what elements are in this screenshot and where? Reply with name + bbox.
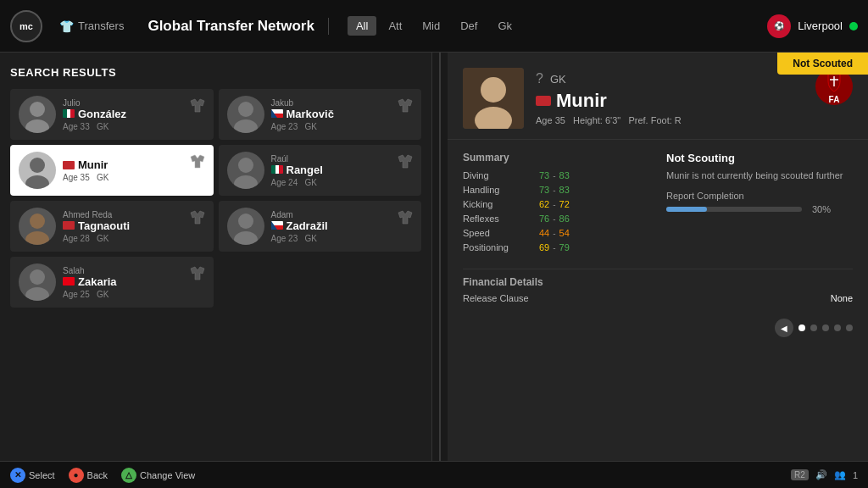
action-change-view[interactable]: △ Change View (121, 468, 195, 483)
player-info-7: Salah Zakaria Age 25 GK (63, 266, 205, 299)
stats-section: Summary Diving 73 - 83 Handling 73 - 83 (448, 140, 868, 269)
progress-bar-fill (666, 207, 707, 212)
unknown-icon: ? (536, 71, 543, 86)
player-info-4: Raúl Rangel Age 24 GK (271, 154, 414, 187)
player-first-name-4: Raúl (271, 154, 414, 164)
filter-tab-att[interactable]: Att (380, 16, 410, 36)
volume-icon: 🔊 (815, 469, 827, 480)
detail-avatar (463, 68, 524, 129)
stat-row-positioning: Positioning 69 - 79 (463, 242, 649, 252)
action-back-label: Back (87, 470, 108, 480)
player-last-name-2: Markovič (287, 108, 334, 120)
svg-point-4 (30, 158, 45, 173)
player-meta-5: Age 28 GK (63, 234, 205, 243)
kit-icon-6 (396, 208, 415, 226)
filter-tabs: AllAttMidDefGk (348, 16, 520, 36)
player-info-3: Munir Age 35 GK (63, 158, 205, 182)
fin-label-1: Release Clause (463, 293, 529, 303)
player-avatar-3 (19, 152, 56, 189)
right-panel: Not Scouted ? GK Munir (448, 53, 868, 488)
player-card-1[interactable]: Julio González Age 33 GK (10, 89, 214, 140)
svg-point-15 (481, 77, 506, 103)
svg-point-11 (234, 231, 258, 245)
fin-value-1: None (831, 293, 853, 303)
filter-tab-gk[interactable]: Gk (489, 16, 520, 36)
btn-x: ✕ (10, 468, 25, 483)
stat-row-reflexes: Reflexes 76 - 86 (463, 214, 649, 224)
left-panel: SEARCH RESULTS Julio González Age 33 GK (0, 53, 432, 488)
player-card-5[interactable]: Ahmed Reda Tagnaouti Age 28 GK (10, 201, 214, 252)
club-name: Liverpool (798, 19, 843, 32)
progress-bar-bg (666, 207, 802, 212)
kit-icon-1 (188, 96, 207, 114)
action-back[interactable]: ● Back (69, 468, 108, 483)
player-first-name-1: Julio (63, 98, 205, 108)
prev-arrow[interactable]: ◀ (775, 319, 793, 337)
page-title: Global Transfer Network (141, 18, 329, 35)
bottom-actions: ✕ Select ● Back △ Change View (10, 468, 195, 483)
player-grid: Julio González Age 33 GK Jakub (10, 89, 421, 308)
filter-tab-def[interactable]: Def (452, 16, 486, 36)
org-label: FA (829, 95, 840, 104)
position-label: GK (550, 73, 566, 86)
r2-icon: R2 (791, 469, 809, 480)
scouting-title: Not Scouting (666, 152, 853, 164)
player-info-5: Ahmed Reda Tagnaouti Age 28 GK (63, 210, 205, 243)
svg-point-12 (30, 269, 45, 285)
player-card-6[interactable]: Adam Zadražil Age 23 GK (219, 201, 422, 252)
player-card-7[interactable]: Salah Zakaria Age 25 GK (10, 257, 214, 308)
status-dot (849, 22, 858, 30)
svg-point-3 (234, 119, 258, 133)
flag-6 (271, 221, 283, 230)
scouting-text: Munir is not currently being scouted fur… (666, 169, 853, 182)
stats-right: Not Scouting Munir is not currently bein… (666, 152, 853, 257)
svg-point-7 (234, 175, 258, 189)
svg-point-9 (25, 231, 49, 245)
player-avatar-7 (19, 263, 56, 301)
player-meta-3: Age 35 GK (63, 173, 205, 182)
player-avatar-1 (19, 96, 56, 133)
dot-4[interactable] (834, 324, 841, 331)
not-scouted-badge: Not Scouted (777, 53, 868, 75)
player-first-name-7: Salah (63, 266, 205, 275)
divider (439, 53, 441, 488)
bottom-right: R2 🔊 👥 1 (791, 469, 858, 480)
stat-row-handling: Handling 73 - 83 (463, 185, 649, 195)
player-last-name-7: Zakaria (78, 275, 117, 288)
svg-point-5 (25, 175, 49, 189)
detail-name-row: Munir (536, 90, 804, 112)
svg-point-10 (238, 214, 253, 229)
action-select[interactable]: ✕ Select (10, 468, 55, 483)
nav-transfers[interactable]: 👕 Transfers (53, 19, 131, 33)
report-label: Report Completion (666, 191, 853, 201)
stat-row-kicking: Kicking 62 - 72 (463, 199, 649, 209)
dot-5[interactable] (846, 324, 853, 331)
dot-3[interactable] (822, 324, 829, 331)
summary-title: Summary (463, 152, 649, 164)
flag-4 (271, 165, 283, 174)
player-avatar-2 (227, 96, 264, 133)
financial-row-1: Release Clause None (463, 293, 853, 303)
player-card-4[interactable]: Raúl Rangel Age 24 GK (219, 145, 422, 196)
svg-point-0 (30, 102, 45, 117)
player-last-name-3: Munir (78, 158, 108, 171)
dot-1[interactable] (798, 324, 805, 331)
progress-row: 30% (666, 204, 853, 214)
player-card-3[interactable]: Munir Age 35 GK (10, 145, 214, 196)
financial-section: Financial Details Release Clause None (448, 269, 868, 312)
main-content: SEARCH RESULTS Julio González Age 33 GK (0, 53, 868, 488)
player-meta-7: Age 25 GK (63, 290, 205, 299)
player-last-name-6: Zadražil (287, 219, 328, 232)
player-avatar-6 (227, 208, 264, 245)
filter-tab-all[interactable]: All (348, 16, 376, 36)
btn-tri: △ (121, 468, 136, 483)
player-card-2[interactable]: Jakub Markovič Age 23 GK (219, 89, 422, 140)
player-last-name-4: Rangel (287, 164, 323, 176)
flag-2 (271, 109, 283, 118)
player-last-name-5: Tagnaouti (78, 219, 130, 232)
kit-icon-3 (188, 152, 207, 170)
player-meta-2: Age 23 GK (271, 122, 414, 131)
player-info-1: Julio González Age 33 GK (63, 98, 205, 131)
filter-tab-mid[interactable]: Mid (414, 16, 448, 36)
dot-2[interactable] (810, 324, 817, 331)
